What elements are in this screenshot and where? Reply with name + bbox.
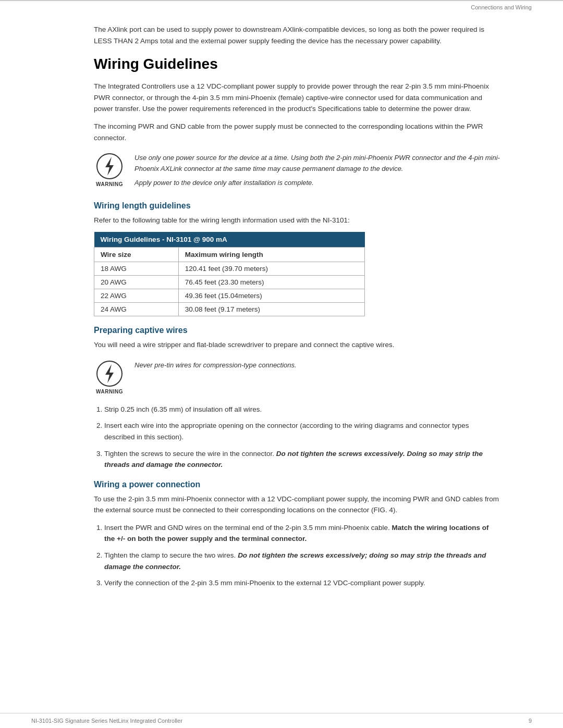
warning-text-2: Never pre-tin wires for compression-type… xyxy=(134,360,297,374)
preparing-step-2: Insert each wire into the appropriate op… xyxy=(104,420,500,442)
intro-paragraph: The AXlink port can be used to supply po… xyxy=(94,24,500,46)
warning-label-2: WARNING xyxy=(96,389,123,394)
col-header-wire: Wire size xyxy=(94,248,179,262)
table-header-cell: Wiring Guidelines - NI-3101 @ 900 mA xyxy=(94,232,365,248)
table-header-row: Wiring Guidelines - NI-3101 @ 900 mA xyxy=(94,232,365,248)
preparing-steps-list: Strip 0.25 inch (6.35 mm) of insulation … xyxy=(104,404,500,471)
wire-size-4: 24 AWG xyxy=(94,303,179,316)
warning-lightning-icon-2 xyxy=(96,360,123,387)
page-header: Connections and Wiring xyxy=(0,0,563,14)
wire-length-4: 30.08 feet (9.17 meters) xyxy=(178,303,364,316)
wire-length-2: 76.45 feet (23.30 meters) xyxy=(178,276,364,289)
preparing-step-2-text: Insert each wire into the appropriate op… xyxy=(104,422,469,441)
wire-size-2: 20 AWG xyxy=(94,276,179,289)
wiring-table-section: Wiring Guidelines - NI-3101 @ 900 mA Wir… xyxy=(94,232,500,316)
page: Connections and Wiring The AXlink port c… xyxy=(0,0,563,728)
col-header-length: Maximum wiring length xyxy=(178,248,364,262)
wiring-paragraph2: The incoming PWR and GND cable from the … xyxy=(94,121,500,143)
table-row: 24 AWG 30.08 feet (9.17 meters) xyxy=(94,303,365,316)
preparing-captive-paragraph: You will need a wire stripper and flat-b… xyxy=(94,339,500,351)
wire-length-1: 120.41 feet (39.70 meters) xyxy=(178,262,364,276)
wire-size-1: 18 AWG xyxy=(94,262,179,276)
section-title: Connections and Wiring xyxy=(471,4,532,10)
preparing-step-1: Strip 0.25 inch (6.35 mm) of insulation … xyxy=(104,404,500,415)
preparing-step-3: Tighten the screws to secure the wire in… xyxy=(104,448,500,471)
wire-size-3: 22 AWG xyxy=(94,289,179,303)
wiring-power-paragraph: To use the 2-pin 3.5 mm mini-Phoenix con… xyxy=(94,493,500,516)
table-row: 22 AWG 49.36 feet (15.04meters) xyxy=(94,289,365,303)
wiring-power-title: Wiring a power connection xyxy=(94,480,500,489)
warning-never-pretin: Never pre-tin wires for compression-type… xyxy=(134,360,297,371)
table-row: 20 AWG 76.45 feet (23.30 meters) xyxy=(94,276,365,289)
warning-line2: Apply power to the device only after ins… xyxy=(134,178,500,189)
svg-marker-1 xyxy=(105,157,114,176)
preparing-captive-title: Preparing captive wires xyxy=(94,326,500,335)
wiring-paragraph1: The Integrated Controllers use a 12 VDC-… xyxy=(94,81,500,115)
warning-label-1: WARNING xyxy=(96,181,123,187)
footer-left: NI-3101-SIG Signature Series NetLinx Int… xyxy=(31,718,182,724)
wiring-power-step-3: Verify the connection of the 2-pin 3.5 m… xyxy=(104,577,500,589)
footer-right: 9 xyxy=(529,718,532,724)
wire-length-3: 49.36 feet (15.04meters) xyxy=(178,289,364,303)
wiring-length-title: Wiring length guidelines xyxy=(94,201,500,211)
main-content: The AXlink port can be used to supply po… xyxy=(0,19,563,625)
power-step-2-normal: Tighten the clamp to secure the two wire… xyxy=(104,551,238,559)
wiring-table: Wiring Guidelines - NI-3101 @ 900 mA Wir… xyxy=(94,232,365,316)
warning-icon-wrap-1: WARNING xyxy=(94,153,125,187)
warning-lightning-icon-1 xyxy=(96,153,123,180)
warning-block-2: WARNING Never pre-tin wires for compress… xyxy=(94,360,500,394)
wiring-power-step-1: Insert the PWR and GND wires on the term… xyxy=(104,522,500,545)
wiring-length-intro: Refer to the following table for the wir… xyxy=(94,215,500,226)
wiring-guidelines-title: Wiring Guidelines xyxy=(94,56,500,72)
wiring-power-steps-list: Insert the PWR and GND wires on the term… xyxy=(104,522,500,589)
power-step-1-normal: Insert the PWR and GND wires on the term… xyxy=(104,524,392,532)
svg-marker-3 xyxy=(105,364,114,383)
warning-block-1: WARNING Use only one power source for th… xyxy=(94,153,500,191)
warning-text-1: Use only one power source for the device… xyxy=(134,153,500,191)
preparing-step-1-text: Strip 0.25 inch (6.35 mm) of insulation … xyxy=(104,405,262,413)
page-footer: NI-3101-SIG Signature Series NetLinx Int… xyxy=(0,713,563,728)
warning-icon-wrap-2: WARNING xyxy=(94,360,125,394)
table-col-header-row: Wire size Maximum wiring length xyxy=(94,248,365,262)
warning-line1: Use only one power source for the device… xyxy=(134,153,500,175)
table-row: 18 AWG 120.41 feet (39.70 meters) xyxy=(94,262,365,276)
power-step-3-normal: Verify the connection of the 2-pin 3.5 m… xyxy=(104,579,425,587)
wiring-power-step-2: Tighten the clamp to secure the two wire… xyxy=(104,550,500,572)
preparing-step-3-normal: Tighten the screws to secure the wire in… xyxy=(104,450,276,458)
